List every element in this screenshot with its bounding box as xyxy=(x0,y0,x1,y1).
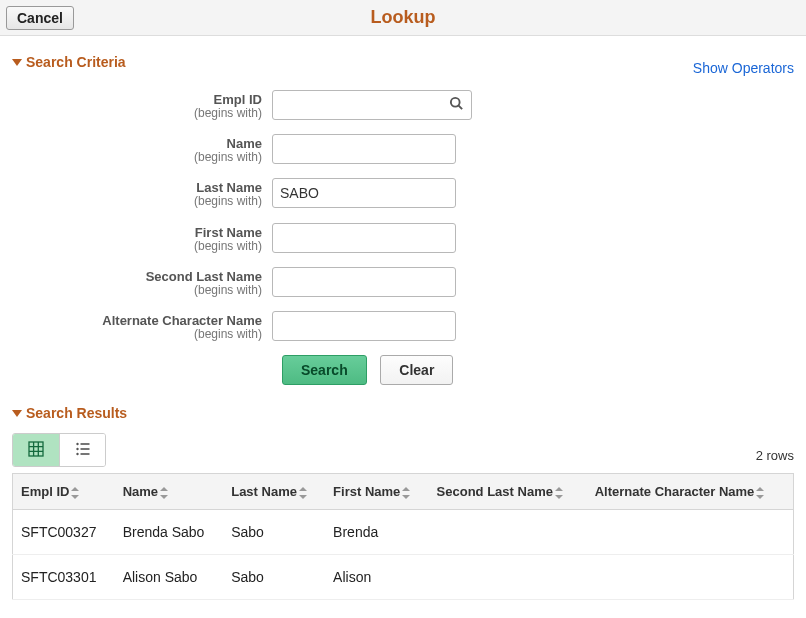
empl-id-label: Empl ID xyxy=(12,92,262,107)
cell-second-last-name xyxy=(429,510,587,555)
svg-rect-12 xyxy=(80,453,89,455)
results-table: Empl ID Name Last Name First Name Second… xyxy=(12,473,794,600)
search-criteria-form: Empl ID (begins with) Name (begins with)… xyxy=(12,90,794,385)
cell-name: Alison Sabo xyxy=(115,555,224,600)
sort-icon xyxy=(299,487,307,499)
cell-name: Brenda Sabo xyxy=(115,510,224,555)
last-name-label: Last Name xyxy=(12,180,262,195)
page-header: Cancel Lookup xyxy=(0,0,806,36)
svg-point-9 xyxy=(76,447,78,449)
grid-icon xyxy=(28,441,44,460)
last-name-hint: (begins with) xyxy=(12,195,262,208)
empl-id-hint: (begins with) xyxy=(12,107,262,120)
cell-second-last-name xyxy=(429,555,587,600)
first-name-input[interactable] xyxy=(272,223,456,253)
second-last-name-input[interactable] xyxy=(272,267,456,297)
name-input[interactable] xyxy=(272,134,456,164)
last-name-input[interactable] xyxy=(272,178,456,208)
cell-first-name: Alison xyxy=(325,555,429,600)
row-count: 2 rows xyxy=(756,448,794,467)
sort-icon xyxy=(402,487,410,499)
cell-empl-id: SFTC03301 xyxy=(13,555,115,600)
show-operators-link[interactable]: Show Operators xyxy=(693,60,794,76)
name-label: Name xyxy=(12,136,262,151)
table-row[interactable]: SFTC00327 Brenda Sabo Sabo Brenda xyxy=(13,510,794,555)
page-title: Lookup xyxy=(0,7,806,28)
list-icon xyxy=(75,441,91,460)
cell-last-name: Sabo xyxy=(223,555,325,600)
grid-view-button[interactable] xyxy=(13,434,59,466)
sort-icon xyxy=(555,487,563,499)
first-name-label: First Name xyxy=(12,225,262,240)
svg-point-11 xyxy=(76,452,78,454)
first-name-hint: (begins with) xyxy=(12,240,262,253)
second-last-name-hint: (begins with) xyxy=(12,284,262,297)
search-button[interactable]: Search xyxy=(282,355,367,385)
cell-empl-id: SFTC00327 xyxy=(13,510,115,555)
alt-char-name-input[interactable] xyxy=(272,311,456,341)
table-row[interactable]: SFTC03301 Alison Sabo Sabo Alison xyxy=(13,555,794,600)
svg-rect-8 xyxy=(80,443,89,445)
cell-first-name: Brenda xyxy=(325,510,429,555)
svg-rect-2 xyxy=(29,442,43,456)
second-last-name-label: Second Last Name xyxy=(12,269,262,284)
col-second-last-name[interactable]: Second Last Name xyxy=(429,474,587,510)
criteria-toggle[interactable]: Search Criteria xyxy=(12,54,126,70)
empl-id-input[interactable] xyxy=(272,90,472,120)
svg-rect-10 xyxy=(80,448,89,450)
col-empl-id[interactable]: Empl ID xyxy=(13,474,115,510)
col-alt-char-name[interactable]: Alternate Character Name xyxy=(587,474,794,510)
col-last-name[interactable]: Last Name xyxy=(223,474,325,510)
sort-icon xyxy=(71,487,79,499)
view-toggle xyxy=(12,433,106,467)
results-toggle[interactable]: Search Results xyxy=(12,405,794,421)
col-first-name[interactable]: First Name xyxy=(325,474,429,510)
chevron-down-icon xyxy=(12,410,22,417)
sort-icon xyxy=(756,487,764,499)
results-title: Search Results xyxy=(26,405,127,421)
alt-char-name-hint: (begins with) xyxy=(12,328,262,341)
svg-point-7 xyxy=(76,442,78,444)
col-name[interactable]: Name xyxy=(115,474,224,510)
cancel-button[interactable]: Cancel xyxy=(6,6,74,30)
clear-button[interactable]: Clear xyxy=(380,355,453,385)
chevron-down-icon xyxy=(12,59,22,66)
alt-char-name-label: Alternate Character Name xyxy=(12,313,262,328)
cell-alt-char-name xyxy=(587,510,794,555)
cell-last-name: Sabo xyxy=(223,510,325,555)
list-view-button[interactable] xyxy=(59,434,105,466)
criteria-title: Search Criteria xyxy=(26,54,126,70)
cell-alt-char-name xyxy=(587,555,794,600)
name-hint: (begins with) xyxy=(12,151,262,164)
sort-icon xyxy=(160,487,168,499)
